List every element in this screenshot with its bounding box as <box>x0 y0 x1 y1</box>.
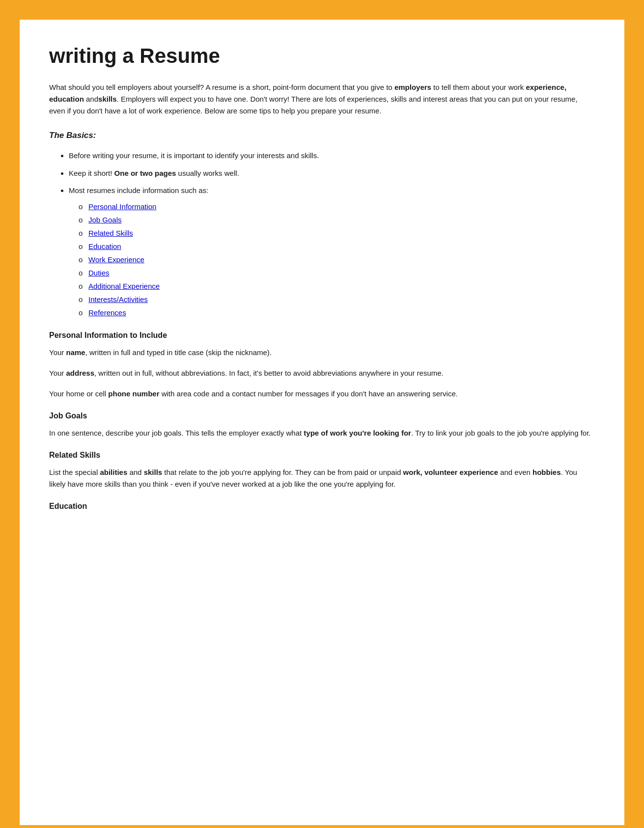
basics-item-3: Most resumes include information such as… <box>69 184 595 319</box>
related-skills-link[interactable]: Related Skills <box>88 229 133 237</box>
job-goals-paragraph: In one sentence, describe your job goals… <box>49 427 595 439</box>
additional-experience-link[interactable]: Additional Experience <box>88 282 160 290</box>
sub-item-personal-information: Personal Information <box>79 200 595 213</box>
page-title: writing a Resume <box>49 44 595 68</box>
page-container: writing a Resume What should you tell em… <box>20 20 624 825</box>
job-goals-heading: Job Goals <box>49 412 595 420</box>
education-heading: Education <box>49 502 595 511</box>
personal-info-heading: Personal Information to Include <box>49 331 595 340</box>
sub-item-duties: Duties <box>79 266 595 279</box>
personal-info-address-paragraph: Your address, written out in full, witho… <box>49 367 595 379</box>
basics-item-2: Keep it short! One or two pages usually … <box>69 167 595 180</box>
work-experience-link[interactable]: Work Experience <box>88 255 144 264</box>
intro-paragraph: What should you tell employers about you… <box>49 82 595 117</box>
related-skills-paragraph: List the special abilities and skills th… <box>49 467 595 490</box>
interests-activities-link[interactable]: Interests/Activities <box>88 295 148 304</box>
personal-info-name-paragraph: Your name, written in full and typed in … <box>49 347 595 359</box>
sub-item-education: Education <box>79 240 595 253</box>
sub-item-work-experience: Work Experience <box>79 253 595 266</box>
basics-list: Before writing your resume, it is import… <box>69 149 595 319</box>
sub-item-interests-activities: Interests/Activities <box>79 293 595 306</box>
sub-item-references: References <box>79 306 595 319</box>
personal-info-phone-paragraph: Your home or cell phone number with area… <box>49 388 595 400</box>
references-link[interactable]: References <box>88 308 126 317</box>
resume-sections-list: Personal Information Job Goals Related S… <box>79 200 595 319</box>
personal-information-link[interactable]: Personal Information <box>88 202 156 211</box>
sub-item-job-goals: Job Goals <box>79 213 595 226</box>
sub-item-related-skills: Related Skills <box>79 226 595 240</box>
sub-item-additional-experience: Additional Experience <box>79 279 595 293</box>
basics-heading: The Basics: <box>49 131 595 140</box>
basics-item-1: Before writing your resume, it is import… <box>69 149 595 162</box>
education-link[interactable]: Education <box>88 242 121 250</box>
job-goals-link[interactable]: Job Goals <box>88 216 122 224</box>
duties-link[interactable]: Duties <box>88 269 110 277</box>
related-skills-heading: Related Skills <box>49 451 595 460</box>
